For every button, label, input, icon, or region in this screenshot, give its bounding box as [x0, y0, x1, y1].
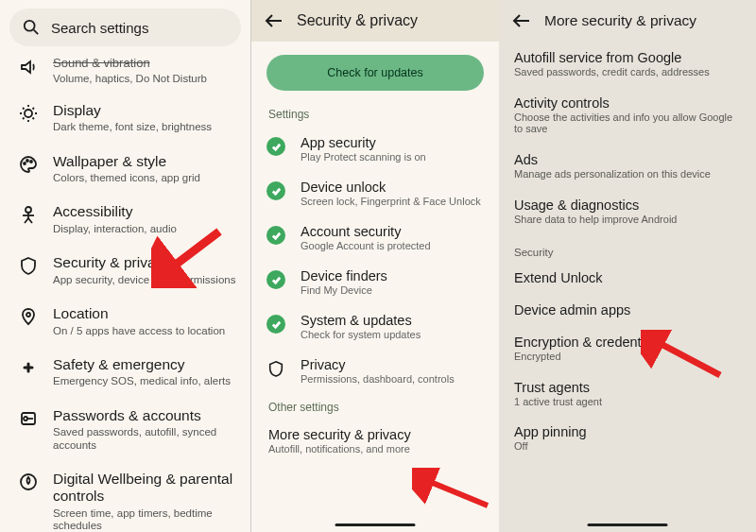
item-sub: Off [514, 440, 741, 453]
setting-app-security[interactable]: App securityPlay Protect scanning is on [251, 127, 499, 171]
sidebar-item-display[interactable]: Display Dark theme, font size, brightnes… [0, 93, 250, 144]
item-sub: Choose the activities and info you allow… [514, 112, 741, 135]
sidebar-item-accessibility[interactable]: Accessibility Display, interaction, audi… [0, 194, 250, 245]
sidebar-item-security[interactable]: Security & privacy App security, device … [0, 245, 250, 296]
item-title: Passwords & accounts [53, 407, 237, 425]
panel2-header: Security & privacy [251, 0, 499, 42]
item-title: Trust agents [514, 380, 741, 395]
status-ok-icon [266, 226, 285, 245]
item-sub: Autofill, notifications, and more [268, 443, 482, 455]
item-sub: Volume, haptics, Do Not Disturb [53, 73, 207, 85]
item-sub: Find My Device [301, 284, 387, 296]
item-sub: Emergency SOS, medical info, alerts [53, 375, 231, 387]
item-title: Security & privacy [53, 254, 235, 272]
item-sub: Permissions, dashboard, controls [301, 373, 455, 385]
item-title: Privacy [301, 357, 455, 372]
item-sub: Colors, themed icons, app grid [53, 172, 200, 184]
item-sub: Encrypted [514, 351, 741, 363]
section-header-security: Security [499, 233, 756, 262]
item-title: App security [301, 135, 426, 150]
check-updates-button[interactable]: Check for updates [266, 55, 484, 91]
setting-trust-agents[interactable]: Trust agents 1 active trust agent [499, 371, 756, 417]
item-sub: Display, interaction, audio [53, 223, 177, 235]
item-title: Accessibility [53, 203, 177, 221]
nav-pill[interactable] [335, 523, 416, 527]
item-sub: Screen time, app timers, bedtime schedul… [53, 507, 237, 532]
search-bar[interactable]: Search settings [9, 9, 241, 46]
search-placeholder: Search settings [51, 20, 148, 36]
wellbeing-icon [17, 471, 40, 532]
item-sub: Share data to help improve Android [514, 214, 741, 226]
item-sub: Google Account is protected [301, 240, 431, 251]
panel2-title: Security & privacy [297, 12, 418, 29]
item-title: Wallpaper & style [53, 153, 200, 171]
sidebar-item-sound[interactable]: Sound & vibration Volume, haptics, Do No… [0, 52, 250, 93]
status-ok-icon [266, 137, 285, 156]
item-title: Account security [301, 224, 431, 239]
status-ok-icon [266, 270, 285, 289]
sidebar-item-safety[interactable]: Safety & emergency Emergency SOS, medica… [0, 347, 250, 398]
section-header-other: Other settings [251, 393, 499, 420]
panel3-title: More security & privacy [544, 12, 696, 29]
item-sub: Check for system updates [301, 329, 421, 340]
status-ok-icon [266, 181, 285, 200]
security-privacy-panel: Security & privacy Check for updates Set… [250, 0, 499, 532]
setting-extend-unlock[interactable]: Extend Unlock [499, 262, 756, 294]
item-title: Display [53, 102, 212, 120]
item-title: Location [53, 305, 225, 323]
setting-privacy[interactable]: PrivacyPermissions, dashboard, controls [251, 349, 499, 393]
panel3-header: More security & privacy [499, 0, 756, 42]
item-title: Device finders [301, 268, 387, 283]
check-updates-label: Check for updates [327, 66, 422, 79]
item-title: Digital Wellbeing & parental controls [53, 471, 237, 506]
back-button[interactable] [263, 10, 284, 31]
item-title: System & updates [301, 313, 421, 328]
shield-icon [17, 254, 40, 286]
section-header-settings: Settings [251, 100, 499, 127]
setting-activity-controls[interactable]: Activity controls Choose the activities … [499, 87, 756, 144]
brightness-icon [17, 102, 40, 134]
svg-line-26 [423, 479, 488, 506]
sidebar-item-location[interactable]: Location On / 5 apps have access to loca… [0, 296, 250, 347]
volume-icon [17, 56, 40, 85]
item-title: Ads [514, 152, 741, 167]
setting-device-finders[interactable]: Device findersFind My Device [251, 260, 499, 304]
item-title: App pinning [514, 424, 741, 439]
item-sub: Saved passwords, autofill, synced accoun… [53, 426, 237, 451]
setting-app-pinning[interactable]: App pinning Off [499, 416, 756, 461]
setting-autofill-google[interactable]: Autofill service from Google Saved passw… [499, 42, 756, 87]
nav-pill[interactable] [588, 523, 668, 527]
item-title: Usage & diagnostics [514, 197, 741, 213]
item-title: Device admin apps [514, 302, 741, 317]
back-button[interactable] [510, 10, 531, 31]
item-title: Safety & emergency [53, 356, 231, 374]
settings-main-panel: Search settings Sound & vibration Volume… [0, 0, 250, 532]
setting-usage-diagnostics[interactable]: Usage & diagnostics Share data to help i… [499, 189, 756, 234]
setting-more-security[interactable]: More security & privacy Autofill, notifi… [251, 420, 499, 462]
item-title: Encryption & credentials [514, 335, 741, 350]
sidebar-item-wallpaper[interactable]: Wallpaper & style Colors, themed icons, … [0, 144, 250, 195]
setting-encryption[interactable]: Encryption & credentials Encrypted [499, 326, 756, 371]
item-sub: Manage ads personalization on this devic… [514, 168, 741, 180]
item-title: Sound & vibration [53, 56, 207, 71]
setting-ads[interactable]: Ads Manage ads personalization on this d… [499, 144, 756, 189]
emergency-icon [17, 356, 40, 388]
accessibility-icon [17, 203, 40, 235]
item-sub: Play Protect scanning is on [301, 151, 426, 163]
sidebar-item-wellbeing[interactable]: Digital Wellbeing & parental controls Sc… [0, 461, 250, 532]
setting-account-security[interactable]: Account securityGoogle Account is protec… [251, 215, 499, 260]
sidebar-item-passwords[interactable]: Passwords & accounts Saved passwords, au… [0, 398, 250, 461]
item-title: Device unlock [301, 180, 481, 195]
setting-device-unlock[interactable]: Device unlockScreen lock, Fingerprint & … [251, 171, 499, 215]
item-sub: 1 active trust agent [514, 396, 741, 408]
more-security-panel: More security & privacy Autofill service… [499, 0, 756, 532]
item-sub: App security, device lock, permissions [53, 274, 235, 286]
location-icon [17, 305, 40, 337]
item-sub: Screen lock, Fingerprint & Face Unlock [301, 196, 481, 207]
setting-system-updates[interactable]: System & updatesCheck for system updates [251, 304, 499, 349]
item-title: Activity controls [514, 95, 741, 111]
item-title: More security & privacy [268, 427, 482, 442]
setting-device-admin-apps[interactable]: Device admin apps [499, 294, 756, 326]
search-icon [23, 19, 40, 36]
palette-icon [17, 153, 40, 185]
